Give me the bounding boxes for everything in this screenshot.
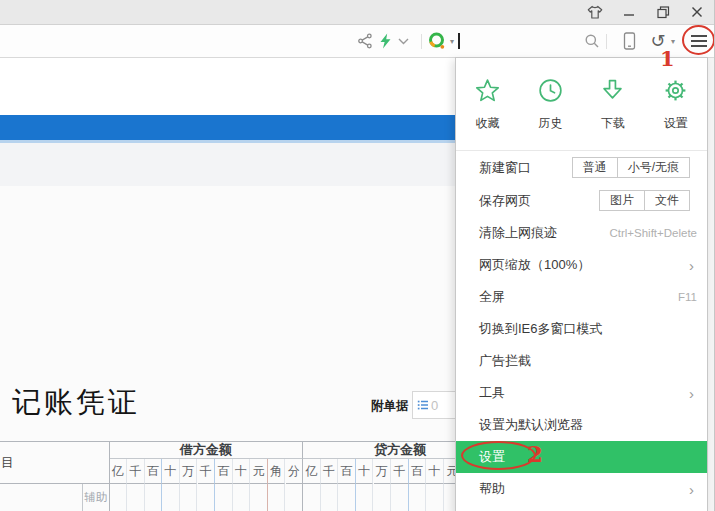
undo-icon[interactable]: ↺ (648, 25, 668, 57)
submenu-chevron-icon: › (689, 258, 697, 273)
browser-toolbar: ▾ ↺ ▾ (0, 25, 714, 58)
menu-item-clear-history[interactable]: 清除上网痕迹Ctrl+Shift+Delete (456, 217, 707, 249)
menu-item-label: 切换到IE6多窗口模式 (479, 320, 603, 338)
amount-digit-cell[interactable] (286, 484, 304, 511)
digit-column-header: 亿 (110, 459, 128, 484)
amount-digit-cell[interactable] (180, 484, 198, 511)
amount-digit-cell[interactable] (356, 484, 374, 511)
attachment-count: 0 (431, 398, 438, 413)
window-controls (578, 0, 714, 24)
share-icon[interactable] (355, 25, 375, 57)
logo-caret-icon[interactable]: ▾ (447, 25, 457, 57)
amount-digit-cell[interactable] (233, 484, 251, 511)
digit-column-header: 百 (338, 459, 356, 484)
menu-item-tools[interactable]: 工具› (456, 377, 707, 409)
amount-digit-cell[interactable] (127, 484, 145, 511)
submenu-chevron-icon: › (689, 482, 697, 497)
table-cell (0, 484, 83, 511)
quick-item-label: 收藏 (475, 115, 499, 132)
table-header-debit: 借方金额 (110, 442, 304, 459)
quick-item-download[interactable]: 下载 (582, 58, 645, 150)
menu-item-buttons: 图片文件 (599, 190, 690, 211)
amount-digit-cell[interactable] (409, 484, 427, 511)
aux-label: 辅助 (83, 484, 109, 511)
digit-column-header: 十 (233, 459, 251, 484)
menu-item-set-default-browser[interactable]: 设置为默认浏览器 (456, 409, 707, 441)
digit-column-header: 分 (286, 459, 304, 484)
skin-icon[interactable] (578, 0, 612, 24)
mobile-icon[interactable] (619, 25, 639, 57)
amount-digit-cell[interactable] (162, 484, 180, 511)
menu-item-page-zoom[interactable]: 网页缩放（100%）› (456, 249, 707, 281)
quick-item-gear[interactable]: 设置 (644, 58, 707, 150)
quick-item-star[interactable]: 收藏 (456, 58, 519, 150)
text-cursor (458, 33, 460, 49)
digit-column-header: 万 (374, 459, 392, 484)
menu-item-buttons: 普通小号/无痕 (572, 157, 690, 178)
menu-item-label: 清除上网痕迹 (479, 224, 557, 242)
quick-item-label: 设置 (664, 115, 688, 132)
minimize-icon[interactable] (612, 0, 646, 24)
amount-digit-cell[interactable] (426, 484, 444, 511)
amount-digit-cell[interactable] (321, 484, 339, 511)
menu-button-new-window[interactable]: 小号/无痕 (617, 157, 690, 178)
amount-digit-cell[interactable] (391, 484, 409, 511)
toolbar-separator (606, 34, 607, 49)
menu-item-ie6-mode[interactable]: 切换到IE6多窗口模式 (456, 313, 707, 345)
submenu-chevron-icon: › (689, 386, 697, 401)
amount-digit-cell[interactable] (110, 484, 128, 511)
digit-column-header: 角 (268, 459, 286, 484)
undo-caret-icon[interactable]: ▾ (668, 25, 678, 57)
amount-digit-cell[interactable] (198, 484, 216, 511)
digit-column-header: 千 (391, 459, 409, 484)
digit-column-header: 千 (127, 459, 145, 484)
menu-items: 新建窗口普通小号/无痕保存网页图片文件清除上网痕迹Ctrl+Shift+Dele… (456, 151, 707, 505)
amount-digit-cell[interactable] (250, 484, 268, 511)
digit-column-header: 百 (145, 459, 163, 484)
close-icon[interactable] (680, 0, 714, 24)
amount-digit-cell[interactable] (215, 484, 233, 511)
menu-item-label: 全屏 (479, 288, 505, 306)
menu-item-save-page[interactable]: 保存网页图片文件 (456, 184, 707, 217)
menu-item-help[interactable]: 帮助› (456, 473, 707, 505)
menu-item-new-window[interactable]: 新建窗口普通小号/无痕 (456, 151, 707, 184)
amount-digit-cell[interactable] (338, 484, 356, 511)
title-bar (0, 0, 714, 25)
attachment-label: 附单据 (371, 398, 409, 415)
menu-icon[interactable] (688, 25, 710, 57)
menu-quick-actions: 收藏历史下载设置 (456, 58, 707, 150)
menu-button-save-page[interactable]: 文件 (644, 190, 690, 211)
amount-digit-cell[interactable] (268, 484, 286, 511)
clock-icon (537, 77, 564, 108)
amount-digit-cell[interactable] (145, 484, 163, 511)
menu-item-fullscreen[interactable]: 全屏F11 (456, 281, 707, 313)
voucher-table: 目借方金额贷方金额亿千百十万千百十元角分亿千百十万千百十元角分辅助余额辅助余额辅… (0, 441, 500, 511)
menu-item-settings[interactable]: 设置 (456, 441, 707, 473)
quick-item-label: 下载 (601, 115, 625, 132)
menu-item-shortcut: F11 (678, 291, 697, 303)
gear-icon (662, 77, 689, 108)
amount-digit-cell[interactable] (303, 484, 321, 511)
toolbar-separator (421, 34, 422, 49)
menu-item-shortcut: Ctrl+Shift+Delete (609, 227, 697, 239)
quick-item-label: 历史 (538, 115, 562, 132)
menu-item-label: 帮助 (479, 480, 505, 498)
menu-button-new-window[interactable]: 普通 (572, 157, 618, 178)
chevron-down-icon[interactable] (395, 25, 411, 57)
menu-item-ad-block[interactable]: 广告拦截 (456, 345, 707, 377)
page-scrollbar-area[interactable] (708, 57, 715, 511)
amount-digit-cell[interactable] (374, 484, 392, 511)
menu-item-label: 工具 (479, 384, 505, 402)
search-icon[interactable] (582, 25, 602, 57)
menu-item-label: 保存网页 (479, 192, 531, 210)
digit-column-header: 十 (426, 459, 444, 484)
browser-menu-panel: 收藏历史下载设置 新建窗口普通小号/无痕保存网页图片文件清除上网痕迹Ctrl+S… (455, 57, 708, 511)
menu-button-save-page[interactable]: 图片 (599, 190, 645, 211)
star-icon (474, 77, 501, 108)
lightning-icon[interactable] (376, 25, 394, 57)
menu-item-label: 广告拦截 (479, 352, 531, 370)
restore-icon[interactable] (646, 0, 680, 24)
quick-item-clock[interactable]: 历史 (519, 58, 582, 150)
digit-column-header: 万 (180, 459, 198, 484)
browser-logo-icon[interactable] (427, 25, 447, 57)
